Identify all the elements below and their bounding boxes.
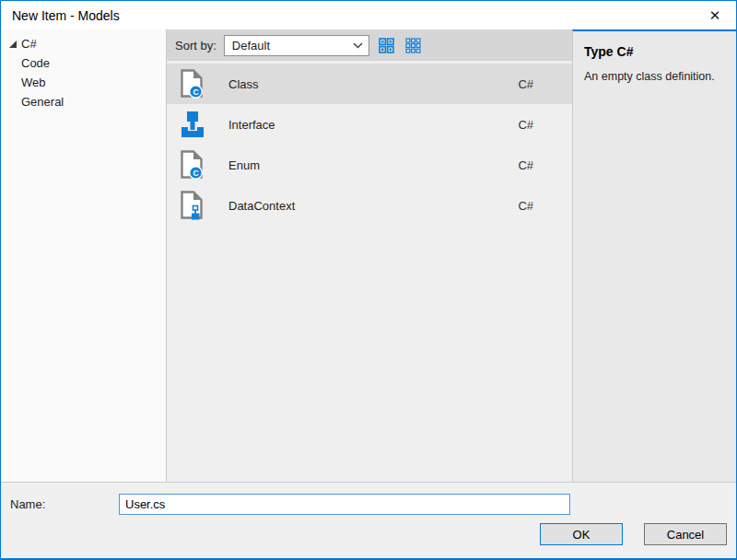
csharp-class-file-icon: C — [180, 69, 205, 99]
item-name: Class — [228, 77, 259, 91]
dialog-footer: Name: OK Cancel — [1, 482, 736, 558]
window-title: New Item - Models — [1, 8, 120, 23]
csharp-class-file-icon: C — [180, 150, 205, 180]
small-icons-view-button[interactable] — [404, 36, 423, 55]
item-language: C# — [518, 77, 533, 91]
sort-dropdown-value: Default — [232, 39, 353, 52]
item-name: Enum — [228, 158, 260, 172]
tree-expander-icon[interactable] — [8, 40, 21, 49]
tree-item-label: General — [21, 95, 64, 109]
name-row: Name: — [10, 494, 727, 515]
tree-item-label: Code — [21, 56, 50, 70]
tree-item-csharp[interactable]: C# — [1, 34, 166, 53]
tree-item-code[interactable]: Code — [1, 53, 166, 73]
medium-icons-view-button[interactable] — [377, 36, 396, 55]
tree-item-label: C# — [21, 37, 37, 51]
ok-button[interactable]: OK — [540, 523, 623, 545]
title-bar: New Item - Models ✕ — [1, 1, 736, 29]
list-item-enum[interactable]: C Enum C# — [167, 145, 572, 185]
dialog-content: C# Code Web General Sort by: Default — [1, 29, 736, 482]
new-item-dialog: New Item - Models ✕ C# Code Web General — [0, 0, 737, 560]
name-label: Name: — [10, 497, 119, 511]
details-title: Type C# — [584, 44, 725, 59]
sort-dropdown[interactable]: Default — [224, 35, 369, 56]
tree-item-general[interactable]: General — [1, 92, 166, 111]
item-name: DataContext — [228, 199, 295, 213]
list-item-class[interactable]: C Class C# — [167, 64, 572, 104]
cancel-button[interactable]: Cancel — [644, 523, 727, 545]
sort-by-label: Sort by: — [175, 39, 216, 52]
tree-item-label: Web — [21, 76, 46, 89]
list-item-interface[interactable]: Interface C# — [167, 104, 572, 145]
tree-item-web[interactable]: Web — [1, 73, 166, 92]
medium-icons-icon — [379, 38, 394, 53]
close-button[interactable]: ✕ — [694, 1, 736, 29]
sort-toolbar: Sort by: Default — [167, 29, 572, 61]
datacontext-file-icon — [180, 191, 205, 220]
item-language: C# — [518, 158, 533, 172]
details-description: An empty class definition. — [584, 70, 725, 83]
name-input[interactable] — [119, 494, 570, 515]
list-item-datacontext[interactable]: DataContext C# — [167, 185, 572, 226]
template-pane: Sort by: Default — [167, 29, 572, 482]
item-name: Interface — [228, 118, 275, 132]
close-icon: ✕ — [709, 7, 721, 24]
svg-text:C: C — [193, 88, 198, 97]
category-tree: C# Code Web General — [1, 29, 167, 482]
button-row: OK Cancel — [10, 523, 727, 545]
interface-icon — [180, 110, 205, 139]
chevron-down-icon — [353, 42, 363, 49]
svg-text:C: C — [193, 169, 198, 178]
template-list: C Class C# Interfac — [167, 61, 572, 482]
small-icons-icon — [405, 38, 421, 53]
details-pane: Type C# An empty class definition. — [572, 29, 736, 482]
item-language: C# — [518, 199, 533, 213]
item-language: C# — [518, 118, 533, 132]
